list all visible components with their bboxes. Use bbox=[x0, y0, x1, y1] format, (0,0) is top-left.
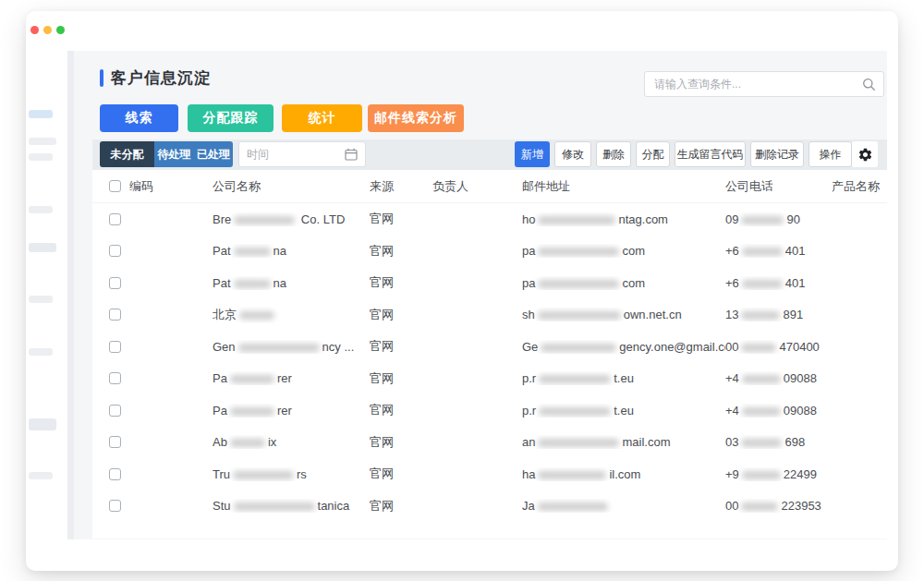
column-header-3: 来源 bbox=[370, 178, 432, 195]
cell-company: Abix bbox=[213, 435, 370, 449]
table-row[interactable]: Stutanica官网Ja00223953 bbox=[92, 490, 887, 523]
table-row[interactable]: Abix官网anmail.com03698 bbox=[92, 427, 887, 459]
column-header-4: 负责人 bbox=[432, 178, 522, 195]
status-segment-2[interactable]: 待处理 bbox=[154, 141, 194, 167]
cell-source: 官网 bbox=[370, 338, 432, 355]
table-row[interactable]: 北京官网shown.net.cn13891 bbox=[92, 299, 887, 332]
table-row[interactable]: Bre Co. LTD官网hontag.com0990 bbox=[92, 203, 887, 236]
row-checkbox[interactable] bbox=[109, 468, 121, 480]
date-filter-input[interactable]: 时间 bbox=[238, 141, 366, 167]
row-checkbox[interactable] bbox=[109, 277, 121, 289]
row-checkbox[interactable] bbox=[109, 500, 121, 512]
page-title-row: 客户信息沉淀 bbox=[100, 67, 211, 89]
redacted-blur bbox=[538, 471, 606, 479]
table-row[interactable]: Parer官网p.rt.eu+409088 bbox=[92, 394, 887, 427]
redacted-blur bbox=[234, 280, 271, 288]
window-controls bbox=[30, 26, 65, 34]
row-checkbox[interactable] bbox=[109, 341, 121, 353]
redacted-blur bbox=[742, 248, 783, 256]
table-body: Bre Co. LTD官网hontag.com0990Patna官网pacom+… bbox=[92, 203, 887, 522]
nav-buttons: 线索分配跟踪统计邮件线索分析 bbox=[67, 104, 887, 132]
cell-email: hail.com bbox=[522, 467, 725, 481]
redacted-blur bbox=[741, 311, 780, 320]
cell-source: 官网 bbox=[370, 402, 432, 418]
action-button-3[interactable]: 删除 bbox=[596, 141, 631, 167]
cell-phone: 13891 bbox=[725, 308, 832, 321]
cell-email: pacom bbox=[522, 276, 725, 290]
sidebar-skeleton-bar bbox=[29, 418, 56, 430]
settings-button[interactable] bbox=[852, 141, 878, 167]
search-icon[interactable] bbox=[862, 78, 876, 91]
cell-source: 官网 bbox=[370, 243, 432, 260]
nav-button-1[interactable]: 线索 bbox=[100, 104, 178, 132]
row-checkbox[interactable] bbox=[109, 245, 121, 257]
action-button-7[interactable]: 操作 bbox=[808, 141, 852, 167]
table-row[interactable]: Parer官网p.rt.eu+409088 bbox=[92, 363, 887, 395]
minimize-window-icon[interactable] bbox=[43, 26, 52, 34]
status-segment-3[interactable]: 已处理 bbox=[194, 141, 233, 167]
column-header-5: 邮件地址 bbox=[522, 178, 725, 195]
cell-phone: +6401 bbox=[725, 244, 832, 258]
nav-button-2[interactable]: 分配跟踪 bbox=[188, 104, 274, 132]
cell-email: Ja bbox=[522, 499, 725, 513]
column-header-7: 产品名称 bbox=[832, 178, 887, 195]
redacted-blur bbox=[741, 216, 784, 224]
cell-checkbox bbox=[92, 436, 129, 448]
cell-phone: 00223953 bbox=[725, 499, 832, 513]
nav-button-3[interactable]: 统计 bbox=[282, 104, 362, 132]
data-table: 编码公司名称来源负责人邮件地址公司电话产品名称 Bre Co. LTD官网hon… bbox=[92, 170, 887, 539]
status-segment-1[interactable]: 未分配 bbox=[100, 141, 154, 167]
redacted-blur bbox=[233, 471, 294, 479]
header-checkbox-cell bbox=[92, 180, 129, 192]
action-button-4[interactable]: 分配 bbox=[636, 141, 670, 167]
cell-email: hontag.com bbox=[522, 212, 725, 226]
row-checkbox[interactable] bbox=[109, 405, 121, 417]
redacted-blur bbox=[741, 502, 778, 511]
sidebar-skeleton-bar bbox=[29, 296, 53, 303]
select-all-checkbox[interactable] bbox=[109, 180, 121, 192]
sidebar-skeleton-bar bbox=[29, 243, 56, 252]
cell-checkbox bbox=[92, 372, 129, 384]
redacted-blur bbox=[538, 311, 621, 320]
redacted-blur bbox=[230, 375, 274, 383]
cell-source: 官网 bbox=[370, 307, 432, 323]
page-title: 客户信息沉淀 bbox=[111, 67, 211, 89]
row-checkbox[interactable] bbox=[109, 436, 121, 448]
cell-checkbox bbox=[92, 277, 129, 289]
sidebar-skeleton-bar bbox=[29, 138, 56, 145]
action-button-6[interactable]: 删除记录 bbox=[750, 141, 804, 167]
redacted-blur bbox=[538, 502, 608, 511]
cell-phone: 03698 bbox=[725, 435, 832, 449]
redacted-blur bbox=[538, 248, 619, 256]
cell-checkbox bbox=[92, 468, 129, 480]
cell-checkbox bbox=[92, 405, 129, 417]
cell-source: 官网 bbox=[370, 466, 432, 482]
sidebar-skeleton-bar bbox=[29, 110, 53, 118]
cell-source: 官网 bbox=[370, 434, 432, 451]
search-input[interactable] bbox=[645, 72, 883, 96]
close-window-icon[interactable] bbox=[30, 26, 39, 34]
status-segments: 未分配待处理已处理 bbox=[100, 141, 233, 167]
action-button-2[interactable]: 修改 bbox=[554, 141, 591, 167]
screen: 客户信息沉淀 线索分配跟踪统计邮件线索分析 未分配待处理已处理 时间 bbox=[0, 0, 924, 581]
redacted-blur bbox=[539, 375, 611, 383]
search-box bbox=[644, 71, 884, 97]
action-button-5[interactable]: 生成留言代码 bbox=[675, 141, 746, 167]
sidebar-skeleton-bar bbox=[29, 153, 53, 161]
row-checkbox[interactable] bbox=[109, 213, 121, 225]
nav-button-4[interactable]: 邮件线索分析 bbox=[368, 104, 464, 132]
table-row[interactable]: Patna官网pacom+6401 bbox=[92, 236, 887, 268]
redacted-blur bbox=[742, 407, 781, 416]
table-row[interactable]: Patna官网pacom+6401 bbox=[92, 267, 887, 299]
table-row[interactable]: Genncy ...官网Gegency.one@gmail.com0047040… bbox=[92, 331, 887, 363]
cell-company: Trurs bbox=[213, 467, 370, 481]
row-checkbox[interactable] bbox=[109, 372, 121, 384]
action-button-1[interactable]: 新增 bbox=[515, 141, 550, 167]
cell-checkbox bbox=[92, 213, 129, 225]
title-accent-bar bbox=[100, 69, 103, 87]
maximize-window-icon[interactable] bbox=[56, 26, 65, 34]
redacted-blur bbox=[239, 311, 274, 320]
table-row[interactable]: Trurs官网hail.com+922499 bbox=[92, 458, 887, 490]
redacted-blur bbox=[741, 439, 782, 447]
row-checkbox[interactable] bbox=[109, 309, 121, 321]
